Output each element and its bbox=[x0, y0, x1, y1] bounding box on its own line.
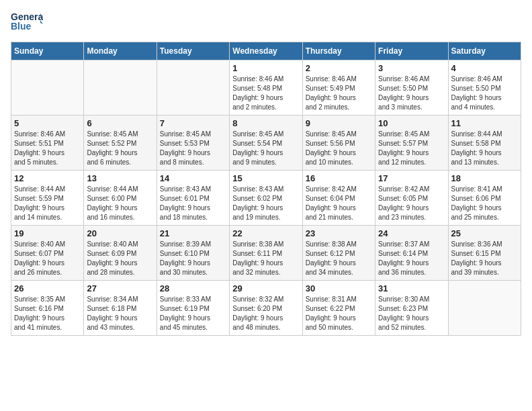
day-info: Sunrise: 8:45 AM Sunset: 5:54 PM Dayligh… bbox=[232, 130, 299, 167]
day-number: 4 bbox=[451, 63, 518, 73]
day-number: 2 bbox=[306, 63, 372, 73]
calendar-cell: 1Sunrise: 8:46 AM Sunset: 5:48 PM Daylig… bbox=[230, 60, 302, 116]
col-header-wednesday: Wednesday bbox=[230, 42, 302, 60]
page-header: General Blue bbox=[11, 11, 521, 35]
calendar-cell: 27Sunrise: 8:34 AM Sunset: 6:18 PM Dayli… bbox=[84, 281, 157, 336]
calendar-cell: 16Sunrise: 8:42 AM Sunset: 6:04 PM Dayli… bbox=[302, 171, 375, 226]
day-number: 29 bbox=[232, 283, 299, 293]
calendar-cell: 6Sunrise: 8:45 AM Sunset: 5:52 PM Daylig… bbox=[84, 116, 157, 171]
day-number: 6 bbox=[87, 118, 153, 128]
day-info: Sunrise: 8:31 AM Sunset: 6:22 PM Dayligh… bbox=[306, 295, 372, 332]
logo: General Blue bbox=[11, 11, 43, 35]
calendar-cell: 26Sunrise: 8:35 AM Sunset: 6:16 PM Dayli… bbox=[11, 281, 84, 336]
day-info: Sunrise: 8:42 AM Sunset: 6:04 PM Dayligh… bbox=[306, 185, 372, 222]
day-info: Sunrise: 8:45 AM Sunset: 5:52 PM Dayligh… bbox=[87, 130, 153, 167]
day-number: 21 bbox=[160, 228, 226, 238]
calendar-cell: 18Sunrise: 8:41 AM Sunset: 6:06 PM Dayli… bbox=[448, 171, 521, 226]
col-header-thursday: Thursday bbox=[302, 42, 375, 60]
day-number: 16 bbox=[306, 173, 372, 183]
calendar-cell bbox=[84, 60, 157, 116]
day-info: Sunrise: 8:44 AM Sunset: 5:58 PM Dayligh… bbox=[451, 130, 518, 167]
col-header-monday: Monday bbox=[84, 42, 157, 60]
day-info: Sunrise: 8:44 AM Sunset: 6:00 PM Dayligh… bbox=[87, 185, 153, 222]
day-info: Sunrise: 8:45 AM Sunset: 5:53 PM Dayligh… bbox=[160, 130, 226, 167]
calendar-cell: 13Sunrise: 8:44 AM Sunset: 6:00 PM Dayli… bbox=[84, 171, 157, 226]
day-number: 9 bbox=[306, 118, 372, 128]
day-number: 23 bbox=[306, 228, 372, 238]
day-info: Sunrise: 8:38 AM Sunset: 6:11 PM Dayligh… bbox=[232, 240, 299, 277]
day-info: Sunrise: 8:38 AM Sunset: 6:12 PM Dayligh… bbox=[306, 240, 372, 277]
logo-svg: General Blue bbox=[11, 11, 43, 35]
day-info: Sunrise: 8:46 AM Sunset: 5:50 PM Dayligh… bbox=[378, 75, 445, 112]
day-number: 31 bbox=[378, 283, 445, 293]
day-number: 13 bbox=[87, 173, 153, 183]
day-info: Sunrise: 8:40 AM Sunset: 6:09 PM Dayligh… bbox=[87, 240, 153, 277]
calendar-week-row: 12Sunrise: 8:44 AM Sunset: 5:59 PM Dayli… bbox=[11, 171, 521, 226]
col-header-saturday: Saturday bbox=[448, 42, 521, 60]
day-info: Sunrise: 8:46 AM Sunset: 5:51 PM Dayligh… bbox=[14, 130, 81, 167]
calendar-cell: 31Sunrise: 8:30 AM Sunset: 6:23 PM Dayli… bbox=[375, 281, 448, 336]
calendar-cell: 19Sunrise: 8:40 AM Sunset: 6:07 PM Dayli… bbox=[11, 226, 84, 281]
calendar-cell: 10Sunrise: 8:45 AM Sunset: 5:57 PM Dayli… bbox=[375, 116, 448, 171]
day-info: Sunrise: 8:32 AM Sunset: 6:20 PM Dayligh… bbox=[232, 295, 299, 332]
col-header-tuesday: Tuesday bbox=[157, 42, 229, 60]
day-info: Sunrise: 8:41 AM Sunset: 6:06 PM Dayligh… bbox=[451, 185, 518, 222]
calendar-cell: 20Sunrise: 8:40 AM Sunset: 6:09 PM Dayli… bbox=[84, 226, 157, 281]
day-info: Sunrise: 8:43 AM Sunset: 6:02 PM Dayligh… bbox=[232, 185, 299, 222]
day-number: 26 bbox=[14, 283, 81, 293]
calendar-cell: 5Sunrise: 8:46 AM Sunset: 5:51 PM Daylig… bbox=[11, 116, 84, 171]
day-number: 27 bbox=[87, 283, 153, 293]
calendar-cell: 17Sunrise: 8:42 AM Sunset: 6:05 PM Dayli… bbox=[375, 171, 448, 226]
day-info: Sunrise: 8:39 AM Sunset: 6:10 PM Dayligh… bbox=[160, 240, 226, 277]
svg-text:Blue: Blue bbox=[11, 21, 32, 32]
day-number: 25 bbox=[451, 228, 518, 238]
day-number: 18 bbox=[451, 173, 518, 183]
calendar-cell: 25Sunrise: 8:36 AM Sunset: 6:15 PM Dayli… bbox=[448, 226, 521, 281]
calendar-table: SundayMondayTuesdayWednesdayThursdayFrid… bbox=[11, 42, 521, 336]
day-info: Sunrise: 8:44 AM Sunset: 5:59 PM Dayligh… bbox=[14, 185, 81, 222]
day-number: 1 bbox=[232, 63, 299, 73]
calendar-cell: 15Sunrise: 8:43 AM Sunset: 6:02 PM Dayli… bbox=[230, 171, 302, 226]
calendar-cell bbox=[157, 60, 229, 116]
day-info: Sunrise: 8:46 AM Sunset: 5:50 PM Dayligh… bbox=[451, 75, 518, 112]
calendar-cell: 9Sunrise: 8:45 AM Sunset: 5:56 PM Daylig… bbox=[302, 116, 375, 171]
day-info: Sunrise: 8:34 AM Sunset: 6:18 PM Dayligh… bbox=[87, 295, 153, 332]
calendar-header-row: SundayMondayTuesdayWednesdayThursdayFrid… bbox=[11, 42, 521, 60]
calendar-cell: 23Sunrise: 8:38 AM Sunset: 6:12 PM Dayli… bbox=[302, 226, 375, 281]
calendar-cell: 11Sunrise: 8:44 AM Sunset: 5:58 PM Dayli… bbox=[448, 116, 521, 171]
calendar-cell bbox=[448, 281, 521, 336]
day-info: Sunrise: 8:45 AM Sunset: 5:57 PM Dayligh… bbox=[378, 130, 445, 167]
day-number: 30 bbox=[306, 283, 372, 293]
day-info: Sunrise: 8:33 AM Sunset: 6:19 PM Dayligh… bbox=[160, 295, 226, 332]
calendar-cell: 28Sunrise: 8:33 AM Sunset: 6:19 PM Dayli… bbox=[157, 281, 229, 336]
calendar-cell: 22Sunrise: 8:38 AM Sunset: 6:11 PM Dayli… bbox=[230, 226, 302, 281]
day-info: Sunrise: 8:40 AM Sunset: 6:07 PM Dayligh… bbox=[14, 240, 81, 277]
calendar-cell: 2Sunrise: 8:46 AM Sunset: 5:49 PM Daylig… bbox=[302, 60, 375, 116]
calendar-cell: 12Sunrise: 8:44 AM Sunset: 5:59 PM Dayli… bbox=[11, 171, 84, 226]
day-number: 11 bbox=[451, 118, 518, 128]
day-info: Sunrise: 8:46 AM Sunset: 5:49 PM Dayligh… bbox=[306, 75, 372, 112]
day-number: 15 bbox=[232, 173, 299, 183]
day-info: Sunrise: 8:42 AM Sunset: 6:05 PM Dayligh… bbox=[378, 185, 445, 222]
calendar-cell: 14Sunrise: 8:43 AM Sunset: 6:01 PM Dayli… bbox=[157, 171, 229, 226]
calendar-cell: 3Sunrise: 8:46 AM Sunset: 5:50 PM Daylig… bbox=[375, 60, 448, 116]
day-info: Sunrise: 8:43 AM Sunset: 6:01 PM Dayligh… bbox=[160, 185, 226, 222]
day-number: 8 bbox=[232, 118, 299, 128]
calendar-cell: 8Sunrise: 8:45 AM Sunset: 5:54 PM Daylig… bbox=[230, 116, 302, 171]
calendar-week-row: 26Sunrise: 8:35 AM Sunset: 6:16 PM Dayli… bbox=[11, 281, 521, 336]
calendar-week-row: 5Sunrise: 8:46 AM Sunset: 5:51 PM Daylig… bbox=[11, 116, 521, 171]
day-info: Sunrise: 8:45 AM Sunset: 5:56 PM Dayligh… bbox=[306, 130, 372, 167]
day-info: Sunrise: 8:46 AM Sunset: 5:48 PM Dayligh… bbox=[232, 75, 299, 112]
day-number: 17 bbox=[378, 173, 445, 183]
calendar-week-row: 1Sunrise: 8:46 AM Sunset: 5:48 PM Daylig… bbox=[11, 60, 521, 116]
day-number: 10 bbox=[378, 118, 445, 128]
calendar-week-row: 19Sunrise: 8:40 AM Sunset: 6:07 PM Dayli… bbox=[11, 226, 521, 281]
calendar-cell bbox=[11, 60, 84, 116]
day-info: Sunrise: 8:30 AM Sunset: 6:23 PM Dayligh… bbox=[378, 295, 445, 332]
day-number: 28 bbox=[160, 283, 226, 293]
calendar-cell: 4Sunrise: 8:46 AM Sunset: 5:50 PM Daylig… bbox=[448, 60, 521, 116]
day-info: Sunrise: 8:36 AM Sunset: 6:15 PM Dayligh… bbox=[451, 240, 518, 277]
day-info: Sunrise: 8:35 AM Sunset: 6:16 PM Dayligh… bbox=[14, 295, 81, 332]
calendar-cell: 29Sunrise: 8:32 AM Sunset: 6:20 PM Dayli… bbox=[230, 281, 302, 336]
col-header-friday: Friday bbox=[375, 42, 448, 60]
